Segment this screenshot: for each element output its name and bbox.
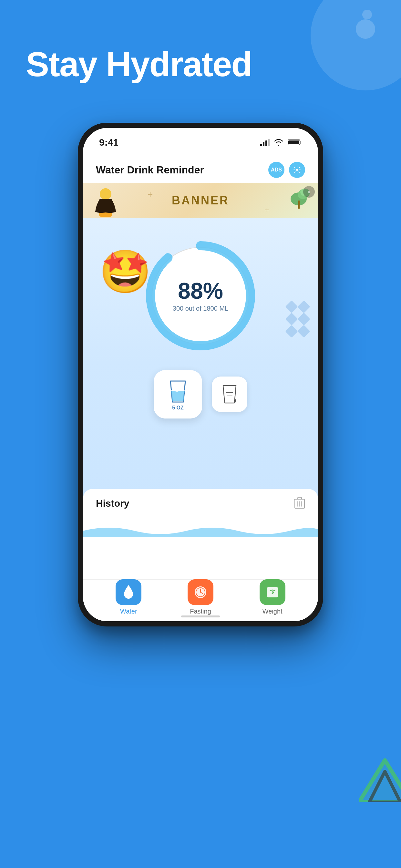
banner-close-button[interactable]: × (303, 186, 315, 197)
settings-button[interactable] (289, 162, 305, 178)
primary-cup-button[interactable]: 5 OZ (154, 370, 202, 418)
svg-point-4 (100, 188, 112, 200)
svg-rect-8 (298, 200, 300, 209)
status-bar: 9:41 (83, 128, 318, 157)
phone-screen: 9:41 (83, 128, 318, 621)
battery-icon (288, 139, 302, 146)
ring-center: 88% 300 out of 1800 ML (173, 280, 228, 312)
bottom-nav: Water Fasting (83, 579, 318, 621)
history-title: History (83, 489, 318, 512)
fasting-clock-icon (193, 585, 208, 599)
svg-rect-2 (300, 141, 301, 144)
cup-size-label: 5 OZ (172, 405, 184, 411)
weight-nav-label: Weight (263, 608, 282, 615)
svg-point-3 (296, 169, 298, 171)
weight-nav-icon-wrap (259, 579, 285, 605)
app-header: Water Drink Reminder ADS (83, 157, 318, 183)
weight-scale-icon (266, 585, 280, 599)
diamond-3 (285, 313, 298, 326)
water-nav-icon-wrap (116, 579, 142, 605)
wifi-icon (274, 139, 283, 146)
banner: BANNER + + × (83, 183, 318, 218)
banner-plus-2: + (265, 205, 270, 215)
nav-item-fasting[interactable]: Fasting (188, 579, 213, 615)
main-content: 🤩 (83, 218, 318, 579)
fasting-nav-icon-wrap (188, 579, 213, 605)
progress-description: 300 out of 1800 ML (173, 305, 228, 312)
diamond-1 (285, 300, 298, 313)
ads-button[interactable]: ADS (268, 162, 284, 178)
trash-icon[interactable] (294, 497, 305, 509)
phone-mockup: 9:41 (78, 123, 323, 626)
history-wave (83, 521, 318, 537)
svg-point-38 (272, 593, 273, 594)
header-icons: ADS (268, 162, 305, 178)
diamonds-decoration (287, 302, 308, 336)
bg-circle-small (356, 20, 375, 39)
water-nav-label: Water (120, 608, 137, 615)
status-icons (260, 139, 302, 146)
diamond-6 (297, 325, 310, 338)
custom-cup-icon (220, 383, 239, 406)
diamond-4 (297, 313, 310, 326)
svg-rect-36 (267, 587, 278, 597)
secondary-cup-button[interactable] (212, 376, 247, 412)
banner-plus-1: + (148, 189, 153, 199)
emoji-mascot: 🤩 (99, 251, 157, 309)
banner-girl-illustration (89, 186, 122, 218)
fasting-nav-label: Fasting (190, 608, 211, 615)
progress-percent: 88% (173, 280, 228, 302)
svg-rect-28 (298, 497, 302, 499)
nav-item-weight[interactable]: Weight (259, 579, 285, 615)
water-cup-icon (166, 378, 189, 404)
bg-circle-tiny (362, 10, 372, 20)
settings-icon (293, 166, 301, 174)
svg-rect-1 (288, 141, 299, 144)
vue-logo (359, 757, 401, 803)
home-indicator (181, 616, 220, 617)
signal-icon (260, 139, 270, 146)
diamond-5 (285, 325, 298, 338)
diamond-2 (297, 300, 310, 313)
cups-area: 5 OZ (154, 370, 247, 418)
banner-text: BANNER (172, 194, 229, 207)
history-section: History (83, 489, 318, 579)
main-title: Stay Hydrated (26, 45, 375, 84)
nav-item-water[interactable]: Water (116, 579, 142, 615)
app-header-title: Water Drink Reminder (96, 164, 204, 176)
progress-ring-container: 88% 300 out of 1800 ML (143, 238, 258, 354)
phone-frame: 9:41 (78, 123, 323, 626)
status-time: 9:41 (99, 137, 119, 148)
water-drop-icon (122, 585, 135, 600)
